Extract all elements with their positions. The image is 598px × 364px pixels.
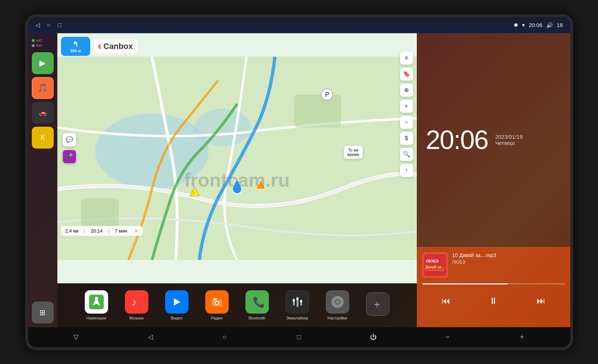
svg-point-2: [194, 108, 251, 146]
app-item-music[interactable]: ♪ Музыка: [120, 290, 153, 320]
map-container[interactable]: P ! ↰ 100 м ε Canbox: [57, 33, 417, 283]
bottom-nav-power[interactable]: ⏻: [364, 330, 382, 344]
zoom-in-btn[interactable]: +: [400, 100, 413, 113]
album-art: ЛЮБЭ Давай за...: [422, 252, 448, 278]
canbox-text: Canbox: [103, 42, 133, 51]
recent-nav-btn[interactable]: □: [58, 22, 61, 28]
bookmark-btn[interactable]: 🔖: [400, 68, 413, 81]
svg-text:♪: ♪: [132, 296, 137, 308]
svg-rect-35: [341, 301, 343, 303]
map-svg: P !: [57, 33, 417, 283]
bluetooth-icon: ✱: [514, 22, 518, 28]
map-duration: 7 мин: [115, 228, 127, 234]
prev-btn[interactable]: ⏮: [437, 292, 455, 310]
home-nav-btn[interactable]: ○: [47, 22, 51, 28]
pause-btn[interactable]: ⏸: [484, 292, 503, 310]
eq-app-label: Эквалайзер: [286, 316, 308, 320]
clock-date-block: 2023/01/19 Четверг: [495, 134, 523, 146]
grid-icon: ⊞: [39, 308, 46, 317]
bottom-nav-home[interactable]: ○: [216, 330, 234, 344]
map-close-btn[interactable]: ✕: [134, 228, 138, 234]
bottom-nav-left[interactable]: ◁: [141, 330, 160, 344]
svg-text:Давай за...: Давай за...: [425, 265, 444, 269]
mic-text: MIC: [36, 39, 42, 42]
music-artist: ЛЮБЭ: [452, 260, 565, 265]
svg-point-20: [216, 302, 218, 304]
music-info: ЛЮБЭ Давай за... 10 Давай за....mp3 ЛЮБЭ: [422, 252, 565, 278]
bottom-nav-recent[interactable]: □: [290, 330, 308, 344]
svg-text:!: !: [193, 191, 194, 195]
app-item-settings[interactable]: Настройки: [321, 290, 354, 320]
music-app-icon: ♪: [125, 290, 148, 314]
eq-app-icon: [286, 290, 309, 314]
next-btn[interactable]: ⏭: [532, 292, 550, 310]
mic-label: MIC: [30, 39, 42, 42]
music-progress-fill: [422, 283, 508, 284]
compass-btn[interactable]: ↑: [400, 164, 413, 177]
search-map-btn[interactable]: 🔍: [400, 148, 413, 161]
canbox-icon: ε: [98, 42, 102, 50]
map-sep2: |: [108, 228, 109, 234]
mic-dot: [32, 39, 35, 42]
music-text: 10 Давай за....mp3 ЛЮБЭ: [452, 252, 565, 265]
svg-text:ЛЮБЭ: ЛЮБЭ: [426, 259, 439, 263]
sidebar-item-dashcam[interactable]: 🚗: [32, 102, 54, 124]
volume-level: 18: [557, 22, 563, 28]
volume-icon: 🔊: [546, 22, 553, 28]
map-area: P ! ↰ 100 м ε Canbox: [57, 33, 417, 327]
app-item-video[interactable]: Видео: [160, 290, 193, 320]
app-item-plus[interactable]: +: [361, 292, 394, 318]
app-item-nav[interactable]: Навигация: [80, 290, 113, 320]
back-nav-btn[interactable]: ◁: [35, 22, 40, 28]
svg-text:📞: 📞: [253, 296, 264, 308]
nav-app-icon: [85, 290, 108, 314]
music-progress-bar[interactable]: [422, 283, 565, 284]
svg-marker-17: [174, 298, 180, 306]
car-icon: 🚗: [39, 109, 47, 117]
canbox-logo: ε Canbox: [94, 39, 137, 53]
rst-text: RST: [36, 44, 43, 47]
nav-header: ↰ 100 м ε Canbox: [61, 37, 413, 56]
sidebar-item-carplay[interactable]: ▶: [32, 52, 54, 74]
bottom-nav-minus[interactable]: −: [438, 330, 457, 344]
svg-rect-34: [332, 301, 334, 303]
svg-rect-7: [294, 94, 341, 127]
svg-point-26: [293, 299, 295, 302]
target-btn[interactable]: ⊕: [400, 84, 413, 97]
svg-rect-23: [293, 298, 295, 306]
rst-dot: [32, 44, 35, 47]
bottom-nav-plus[interactable]: +: [513, 330, 531, 344]
app-item-equalizer[interactable]: Эквалайзер: [281, 290, 314, 320]
bottom-nav: ▽ ◁ ○ □ ⏻ − +: [28, 327, 570, 347]
chat-btn[interactable]: 💬: [63, 133, 76, 146]
mic-btn[interactable]: 🎤: [63, 150, 76, 163]
music-icon: 🎵: [38, 83, 47, 93]
svg-rect-41: [426, 270, 444, 271]
nav-app-label: Навигация: [86, 316, 106, 320]
bluetooth-app-label: Bluetooth: [248, 316, 265, 320]
dollar-btn[interactable]: $: [400, 132, 413, 145]
app-item-radio[interactable]: Радио: [201, 290, 233, 320]
music-title: 10 Давай за....mp3: [452, 252, 565, 258]
turn-distance: 100 м: [70, 49, 81, 53]
sidebar-item-kinopolis[interactable]: К: [32, 127, 54, 149]
svg-point-27: [296, 298, 298, 300]
popup-text: То жевремя: [347, 148, 359, 157]
rst-label: RST: [30, 44, 43, 47]
main-content: MIC RST ▶ 🎵 🚗 К ⊞: [28, 33, 570, 327]
music-widget: ЛЮБЭ Давай за... 10 Давай за....mp3 ЛЮБЭ…: [417, 247, 570, 327]
radio-app-icon: [205, 290, 229, 314]
zoom-out-btn[interactable]: −: [400, 116, 413, 129]
radio-app-label: Радио: [211, 316, 223, 320]
status-bar-left: ◁ ○ □: [35, 22, 61, 28]
sidebar-item-grid[interactable]: ⊞: [32, 302, 54, 323]
video-app-icon: [165, 290, 188, 314]
bottom-nav-back[interactable]: ▽: [67, 330, 85, 344]
app-item-bluetooth[interactable]: 📞 Bluetooth: [241, 290, 274, 320]
music-controls: ⏮ ⏸ ⏭: [422, 292, 565, 310]
mic-rst-labels: MIC RST: [28, 37, 57, 49]
svg-text:P: P: [325, 91, 329, 98]
status-time: 20:06: [529, 22, 542, 28]
sidebar-item-music[interactable]: 🎵: [32, 77, 54, 99]
menu-btn[interactable]: ≡: [400, 51, 413, 65]
